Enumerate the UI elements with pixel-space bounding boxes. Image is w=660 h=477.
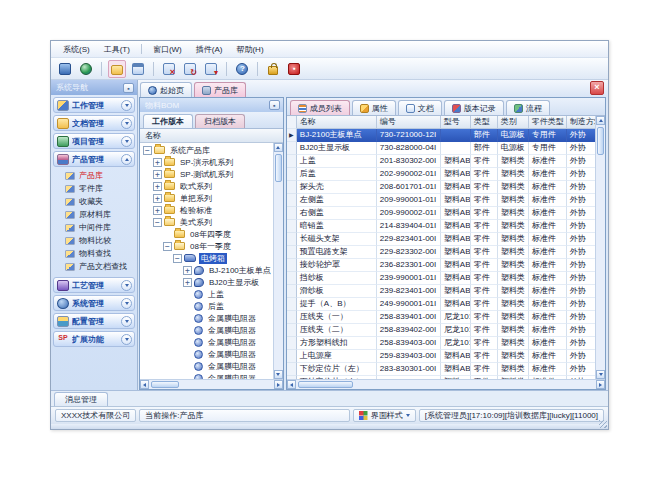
tree-node[interactable]: +SP-演示机系列 (140, 156, 273, 168)
chevron-down-icon[interactable] (121, 334, 132, 345)
chevron-down-icon[interactable] (121, 280, 132, 291)
bom-tab-1[interactable]: 归档版本 (195, 114, 245, 128)
table-row[interactable]: 下纱定位片（左）283-830301-00I塑料ABS零件塑料类标准件外协条 (287, 363, 595, 376)
folder-button[interactable] (108, 60, 126, 78)
table-row[interactable]: 方形塑料线扣258-839403-00I尼龙1010零件塑料类标准件外协条 (287, 337, 595, 350)
menu-item-2[interactable]: 窗口(W) (147, 43, 188, 56)
table-vertical-scrollbar[interactable] (595, 116, 605, 379)
chevron-up-icon[interactable] (121, 154, 132, 165)
tab-attributes[interactable]: 属性 (352, 100, 396, 115)
window-button[interactable] (129, 60, 147, 78)
tree-node[interactable]: 金属膜电阻器 (140, 360, 273, 372)
table-row[interactable]: 右侧盖209-990002-01I塑料ABS零件塑料类标准件外协条 (287, 207, 595, 220)
scroll-left-icon[interactable] (140, 380, 149, 389)
sidebar-group-header-5[interactable]: 系统管理 (53, 295, 135, 311)
tab-member-list[interactable]: 成员列表 (290, 100, 350, 115)
table-row[interactable]: 上电源座259-839403-00I塑料ABS零件塑料类标准件外协条 (287, 350, 595, 363)
column-header-3[interactable]: 类型 (471, 116, 498, 129)
tree-column-header[interactable]: 名称 (140, 129, 283, 143)
table-horizontal-scrollbar[interactable] (287, 379, 605, 389)
expand-icon[interactable]: + (153, 170, 162, 179)
table-row[interactable]: BJ20主显示板730-828000-04I部件电源板专用件外协颗 (287, 142, 595, 155)
table-row[interactable]: ▶BJ-2100主板单点730-721000-12I部件电源板专用件外协颗 (287, 129, 595, 142)
table-row[interactable]: 左侧盖209-990001-01I塑料ABS零件塑料类标准件外协条 (287, 194, 595, 207)
tree-node[interactable]: −08年一季度 (140, 240, 273, 252)
sidebar-group-header-7[interactable]: SP扩展功能 (53, 331, 135, 347)
collapse-icon[interactable]: − (163, 242, 172, 251)
expand-icon[interactable]: + (183, 278, 192, 287)
refresh-window-button[interactable] (202, 60, 220, 78)
table-row[interactable]: 下纱定位片（右）283-830302-00I塑料ABS零件塑料类标准件外协条 (287, 376, 595, 379)
doc-tab-start-page[interactable]: 起始页 (140, 82, 192, 97)
switch-window-button[interactable] (181, 60, 199, 78)
globe-button[interactable] (77, 60, 95, 78)
pin-icon[interactable]: ▪ (123, 83, 134, 93)
scroll-thumb[interactable] (597, 127, 604, 155)
expand-icon[interactable]: + (153, 194, 162, 203)
column-header-4[interactable]: 类别 (498, 116, 529, 129)
tree-node[interactable]: +欧式系列 (140, 180, 273, 192)
chevron-down-icon[interactable] (121, 118, 132, 129)
tab-documents[interactable]: 文档 (398, 100, 442, 115)
table-row[interactable]: 长磁头支架229-823401-00I塑料ABS零件塑料类标准件外协条 (287, 233, 595, 246)
tab-message-management[interactable]: 消息管理 (54, 392, 108, 406)
sidebar-group-header-1[interactable]: 文档管理 (53, 115, 135, 131)
tree-node[interactable]: +BJ20主显示板 (140, 276, 273, 288)
scroll-left-icon[interactable] (287, 380, 296, 389)
scroll-up-icon[interactable] (274, 143, 283, 152)
table-row[interactable]: 探头壳208-601701-01I塑料ABS零件塑料类标准件外协条 (287, 181, 595, 194)
scroll-up-icon[interactable] (596, 116, 605, 125)
table-row[interactable]: 后盖202-990002-01I塑料ABS零件塑料类标准件外协条 (287, 168, 595, 181)
scroll-thumb[interactable] (275, 154, 282, 182)
table-row[interactable]: 挡纱板239-990001-01I塑料ABS零件塑料类标准件外协条 (287, 272, 595, 285)
lock-button[interactable] (264, 60, 282, 78)
collapse-icon[interactable]: − (173, 254, 182, 263)
collapse-icon[interactable]: − (153, 218, 162, 227)
table-row[interactable]: 预置电路支架229-823302-00I塑料ABS零件塑料类标准件外协条 (287, 246, 595, 259)
sidebar-group-header-6[interactable]: 配置管理 (53, 313, 135, 329)
column-header-0[interactable]: 名称 (297, 116, 377, 129)
sidebar-group-header-0[interactable]: 工作管理 (53, 97, 135, 113)
expand-icon[interactable]: + (183, 266, 192, 275)
column-header-5[interactable]: 零件类型 (529, 116, 567, 129)
table-row[interactable]: 提手（A、B）249-990001-01I塑料ABS零件塑料类标准件外协条 (287, 298, 595, 311)
interface-style-button[interactable]: 界面样式 (353, 409, 416, 422)
exit-button[interactable] (285, 60, 303, 78)
tree-node[interactable]: 上盖 (140, 288, 273, 300)
doc-tab-product-library[interactable]: 产品库 (194, 82, 246, 97)
table-row[interactable]: 滑纱板239-823401-00I塑料ABS零件塑料类标准件外协条 (287, 285, 595, 298)
menu-item-4[interactable]: 帮助(H) (230, 43, 269, 56)
column-header-1[interactable]: 编号 (377, 116, 441, 129)
tab-workflow[interactable]: 流程 (506, 100, 550, 115)
table-row[interactable]: 压线夹（一）258-839401-00I尼龙1010零件塑料类标准件外协条 (287, 311, 595, 324)
scroll-right-icon[interactable] (596, 380, 605, 389)
sidebar-item-5[interactable]: 物料比较 (59, 234, 135, 247)
sidebar-group-header-4[interactable]: 工艺管理 (53, 277, 135, 293)
tree-node[interactable]: −电烤箱 (140, 252, 273, 264)
sidebar-item-3[interactable]: 原材料库 (59, 208, 135, 221)
resize-grip-icon[interactable] (599, 420, 607, 428)
table-row[interactable]: 暗销盖214-839404-01I塑料ABS零件塑料类标准件外协条 (287, 220, 595, 233)
expand-icon[interactable]: + (153, 182, 162, 191)
chevron-down-icon[interactable] (121, 298, 132, 309)
tree-node[interactable]: 金属膜电阻器 (140, 348, 273, 360)
scroll-right-icon[interactable] (274, 380, 283, 389)
sidebar-item-1[interactable]: 零件库 (59, 182, 135, 195)
sidebar-item-2[interactable]: 收藏夹 (59, 195, 135, 208)
menu-item-0[interactable]: 系统(S) (57, 43, 96, 56)
help-button[interactable] (233, 60, 251, 78)
tree-node[interactable]: +检验标准 (140, 204, 273, 216)
tree-node[interactable]: +单把系列 (140, 192, 273, 204)
tree-node[interactable]: 金属膜电阻器 (140, 372, 273, 379)
expand-icon[interactable]: + (153, 206, 162, 215)
menu-item-3[interactable]: 插件(A) (190, 43, 229, 56)
tree-node[interactable]: 后盖 (140, 300, 273, 312)
sidebar-item-6[interactable]: 物料查找 (59, 247, 135, 260)
bom-tab-0[interactable]: 工作版本 (143, 114, 193, 128)
table-row[interactable]: 接纱轮护罩236-823301-00I塑料ABS零件塑料类标准件外协条 (287, 259, 595, 272)
expand-icon[interactable]: + (153, 158, 162, 167)
desktop-button[interactable] (56, 60, 74, 78)
sidebar-group-header-3[interactable]: 产品管理 (53, 151, 135, 167)
column-header-6[interactable]: 制造方式 (567, 116, 595, 129)
chevron-down-icon[interactable] (121, 100, 132, 111)
